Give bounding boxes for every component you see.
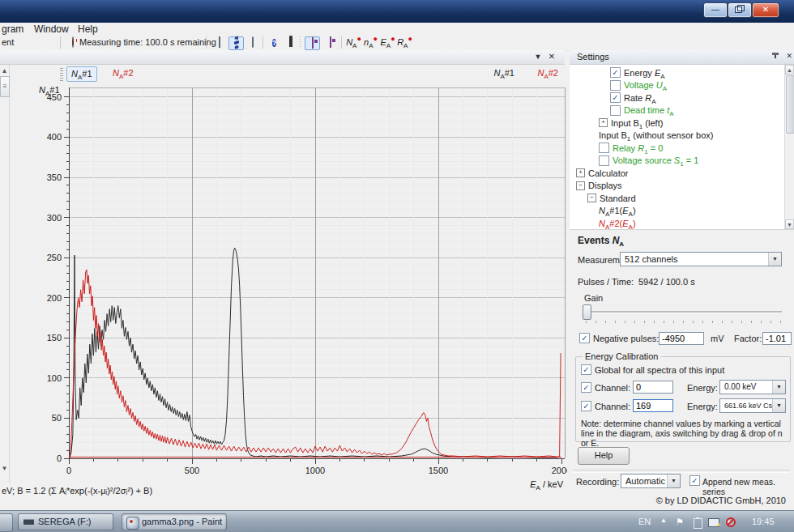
strip-grip-handle[interactable]: ≡	[0, 76, 10, 97]
quantity-nA-button[interactable]: nA●	[363, 36, 378, 49]
show-hidden-icons-arrow-icon[interactable]: ▲	[660, 517, 667, 524]
chevron-down-icon[interactable]: ▼	[768, 253, 781, 266]
recording-value: Automatic	[625, 475, 665, 487]
strip-up-arrow-icon[interactable]: ▲	[0, 67, 9, 74]
quantity-EA-button[interactable]: EA●	[380, 36, 395, 49]
tree-checkbox[interactable]: ✓	[610, 67, 621, 78]
negative-pulses-input[interactable]	[659, 332, 704, 345]
menu-item-diagram[interactable]: gram	[2, 23, 23, 35]
pin-icon[interactable]	[771, 53, 779, 62]
tree-checkbox[interactable]: ✓	[610, 92, 621, 103]
tree-item[interactable]: NA#1(EA)	[570, 205, 783, 218]
display-layout-icon[interactable]	[305, 36, 320, 50]
gain-slider-thumb[interactable]	[583, 304, 591, 320]
channel2-input[interactable]	[633, 399, 673, 412]
energy2-select[interactable]: 661.66 keV Cs137 ▼	[719, 398, 786, 413]
copyright-text: © by LD DIDACTIC GmbH, 2010	[656, 496, 786, 505]
settings-tree: ✓Energy EAVoltage UA✓Rate RADead time tA…	[570, 65, 794, 230]
x-axis-title[interactable]: EA / keV	[519, 479, 563, 489]
window-titlebar[interactable]: — ✕	[0, 0, 794, 23]
menu-item-window[interactable]: Window	[34, 23, 69, 35]
append-checkbox[interactable]: ✓	[689, 475, 700, 486]
scrollbar-thumb[interactable]	[786, 75, 794, 134]
volume-muted-icon[interactable]	[725, 517, 736, 527]
network-icon[interactable]	[708, 518, 719, 527]
help-button[interactable]: Help	[578, 447, 630, 465]
expand-icon[interactable]: +	[576, 168, 585, 177]
collapse-icon[interactable]: −	[587, 194, 596, 202]
tree-item[interactable]: +Input B1 (left)	[570, 117, 783, 130]
svg-text:300: 300	[47, 213, 62, 223]
append-label: Append new meas. series	[702, 477, 794, 496]
gain-slider-track[interactable]	[584, 311, 782, 313]
tree-item[interactable]: ✓Energy EA	[570, 66, 783, 79]
close-button[interactable]: ✕	[752, 2, 779, 18]
spectrum-plot-area[interactable]: 0500100015002000050100150200250300350400…	[32, 81, 567, 487]
tree-checkbox[interactable]	[599, 155, 609, 166]
quantity-RA-button[interactable]: RA●	[397, 36, 412, 49]
chevron-down-icon[interactable]: ▼	[772, 381, 785, 394]
help-icon[interactable]: ?	[267, 36, 281, 49]
scroll-up-icon[interactable]: ▲	[785, 65, 794, 74]
recording-select[interactable]: Automatic ▼	[621, 474, 681, 488]
settings-gear-icon[interactable]	[228, 36, 244, 50]
tree-scrollbar[interactable]: ▲ ▼	[784, 65, 794, 229]
collapsed-table-strip[interactable]: ▲ ≡ ▼	[0, 65, 10, 483]
channel1-input[interactable]	[633, 381, 673, 394]
tree-item[interactable]: −Standard	[570, 192, 783, 205]
restore-button[interactable]	[728, 2, 752, 18]
tree-item[interactable]: Input B1 (without sensor box)	[570, 130, 783, 143]
factor-input[interactable]	[762, 332, 792, 345]
taskbar-button-paint[interactable]: gamma3.png - Paint	[122, 513, 227, 530]
expand-icon[interactable]: +	[599, 118, 608, 127]
spectrum-chart[interactable]: 0500100015002000050100150200250300350400…	[32, 81, 567, 487]
legend-NA1: NA#1	[493, 68, 514, 78]
pane-close-icon[interactable]: ✕	[546, 52, 557, 62]
tree-item[interactable]: ✓Rate RA	[570, 92, 783, 104]
channel1-checkbox[interactable]: ✓	[581, 382, 591, 393]
pane-dropdown-icon[interactable]: ▼	[532, 52, 544, 62]
menu-item-help[interactable]: Help	[78, 23, 98, 35]
display-layout-alt-icon[interactable]	[323, 36, 337, 49]
toolbar-partial-text: ent	[2, 37, 14, 47]
chevron-down-icon[interactable]: ▼	[667, 475, 680, 487]
channel2-checkbox[interactable]: ✓	[581, 401, 591, 411]
language-indicator[interactable]: EN	[638, 517, 651, 526]
strip-down-arrow-icon[interactable]: ▼	[0, 465, 9, 472]
negative-pulses-checkbox[interactable]: ✓	[579, 333, 590, 343]
new-value-dot-icon: ●	[374, 35, 378, 43]
quantity-NA-button[interactable]: NA●	[346, 36, 361, 49]
tree-checkbox[interactable]	[610, 105, 621, 116]
headset-icon[interactable]	[284, 36, 297, 49]
tree-item[interactable]: Voltage source S1 = 1	[570, 155, 783, 168]
tree-item[interactable]: Voltage UA	[570, 79, 783, 92]
tab-NA1[interactable]: NA#1	[66, 66, 97, 82]
taskbar-clock[interactable]: 19:45	[752, 517, 775, 526]
tree-item[interactable]: NA#2(EA)	[570, 217, 783, 230]
tree-item[interactable]: Relay R1 = 0	[570, 142, 783, 155]
tabs-grip-handle[interactable]	[60, 68, 63, 82]
tree-item[interactable]: −Displays	[570, 180, 783, 193]
tree-item[interactable]: Dead time tA	[570, 104, 783, 117]
svg-text:0: 0	[57, 453, 62, 463]
scroll-down-icon[interactable]: ▼	[785, 219, 794, 229]
tree-item-label: Standard	[600, 194, 636, 203]
tree-checkbox[interactable]	[610, 80, 621, 91]
taskbar-edge-button[interactable]	[0, 513, 13, 532]
settings-pane-header[interactable]: Settings ✕	[570, 50, 794, 65]
table-view-icon[interactable]	[212, 36, 226, 49]
taskbar-button-explorer[interactable]: SEREGA (F:)	[18, 513, 113, 530]
keyboard-icon[interactable]	[245, 36, 259, 49]
collapse-icon[interactable]: −	[576, 181, 585, 190]
settings-close-icon[interactable]: ✕	[786, 52, 792, 60]
tree-item[interactable]: +Calculator	[570, 167, 783, 180]
minimize-button[interactable]: —	[703, 2, 728, 18]
action-center-flag-icon[interactable]: ⚑	[676, 517, 684, 527]
tab-NA2[interactable]: NA#2	[109, 66, 138, 80]
tree-checkbox[interactable]	[599, 143, 609, 153]
energy1-select[interactable]: 0.00 keV ▼	[719, 380, 786, 394]
chevron-down-icon[interactable]: ▼	[772, 399, 785, 412]
removable-media-icon[interactable]	[694, 518, 702, 529]
global-checkbox[interactable]: ✓	[581, 364, 591, 375]
measurement-select[interactable]: 512 channels ▼	[620, 252, 782, 266]
